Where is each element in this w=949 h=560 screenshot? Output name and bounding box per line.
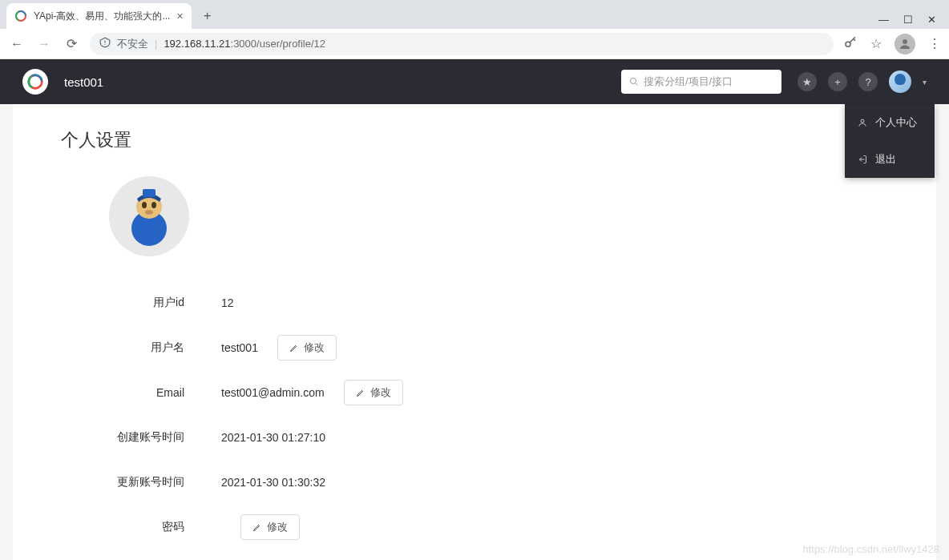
label-password: 密码 [61,520,221,534]
header-icons: ★ + ? ▾ [798,71,927,93]
tab-title: YApi-高效、易用、功能强大的... [34,10,170,23]
edit-username-button[interactable]: 修改 [277,335,337,361]
search-placeholder: 搜索分组/项目/接口 [644,75,733,89]
chevron-down-icon[interactable]: ▾ [923,78,927,87]
svg-rect-16 [143,189,155,197]
svg-point-4 [846,42,850,46]
value-username: test001 [221,341,277,354]
field-email: Email test001@admin.com 修改 [61,370,888,415]
browser-tab[interactable]: YApi-高效、易用、功能强大的... × [6,3,192,29]
bookmark-star-icon[interactable]: ☆ [870,36,882,51]
back-button[interactable]: ← [8,37,26,51]
field-password: 密码 修改 [61,505,888,550]
breadcrumb[interactable]: test001 [64,75,103,89]
edit-icon [356,388,365,397]
label-updated: 更新账号时间 [61,475,221,489]
forward-button[interactable]: → [35,37,53,51]
edit-icon [252,522,262,532]
app-header: test001 搜索分组/项目/接口 ★ + ? ▾ 个人中心 退出 [0,59,949,104]
svg-point-13 [142,202,147,208]
tab-close-icon[interactable]: × [176,10,183,22]
svg-point-3 [104,44,105,45]
edit-icon [289,343,299,353]
logout-icon [858,155,867,164]
user-icon [858,118,867,127]
svg-point-15 [145,210,153,215]
svg-point-9 [631,79,636,84]
edit-email-button[interactable]: 修改 [344,380,403,405]
tab-bar: YApi-高效、易用、功能强大的... × + — ☐ ✕ [0,0,949,29]
dropdown-profile[interactable]: 个人中心 [845,104,935,141]
value-email: test001@admin.com [221,386,344,399]
help-icon[interactable]: ? [858,72,878,91]
address-field[interactable]: 不安全 | 192.168.11.21:3000/user/profile/12 [90,33,834,55]
svg-point-10 [861,119,864,123]
key-icon[interactable] [843,35,858,53]
url-text: 192.168.11.21:3000/user/profile/12 [164,38,325,50]
field-username: 用户名 test001 修改 [61,325,888,370]
reload-button[interactable]: ⟳ [63,36,80,51]
close-window-icon[interactable]: ✕ [927,14,936,26]
search-icon [629,77,639,87]
search-input[interactable]: 搜索分组/项目/接口 [621,70,781,94]
minimize-icon[interactable]: — [878,14,889,26]
dropdown-logout[interactable]: 退出 [845,141,935,178]
maximize-icon[interactable]: ☐ [903,14,913,26]
label-email: Email [61,386,221,399]
field-updated: 更新账号时间 2021-01-30 01:30:32 [61,460,888,505]
value-created: 2021-01-30 01:27:10 [221,431,345,444]
user-avatar[interactable] [889,71,911,93]
svg-point-5 [903,39,907,44]
page-content: 个人设置 用户id 12 用户名 test001 修改 Email test00… [13,104,936,560]
field-user-id: 用户id 12 [61,280,888,325]
user-dropdown: 个人中心 退出 [845,104,935,178]
label-username: 用户名 [61,340,221,355]
value-updated: 2021-01-30 01:30:32 [221,476,345,489]
window-controls: — ☐ ✕ [878,14,949,29]
profile-avatar-icon[interactable] [894,34,915,54]
tab-favicon [14,10,27,22]
browser-chrome: YApi-高效、易用、功能强大的... × + — ☐ ✕ ← → ⟳ 不安全 … [0,0,949,59]
label-created: 创建账号时间 [61,430,221,445]
star-icon[interactable]: ★ [798,72,817,91]
not-secure-icon [99,37,111,50]
avatar[interactable] [109,176,189,256]
label-user-id: 用户id [61,296,221,310]
not-secure-label: 不安全 [117,37,148,51]
field-created: 创建账号时间 2021-01-30 01:27:10 [61,415,888,460]
page-title: 个人设置 [61,128,888,152]
new-tab-button[interactable]: + [196,5,219,27]
plus-icon[interactable]: + [828,72,847,91]
chrome-menu-icon[interactable]: ⋮ [928,36,941,51]
svg-point-14 [151,202,156,208]
chrome-right-icons: ☆ ⋮ [843,34,941,54]
address-bar: ← → ⟳ 不安全 | 192.168.11.21:3000/user/prof… [0,29,949,59]
edit-password-button[interactable]: 修改 [240,514,300,540]
app-logo[interactable] [22,69,48,95]
value-user-id: 12 [221,296,253,309]
